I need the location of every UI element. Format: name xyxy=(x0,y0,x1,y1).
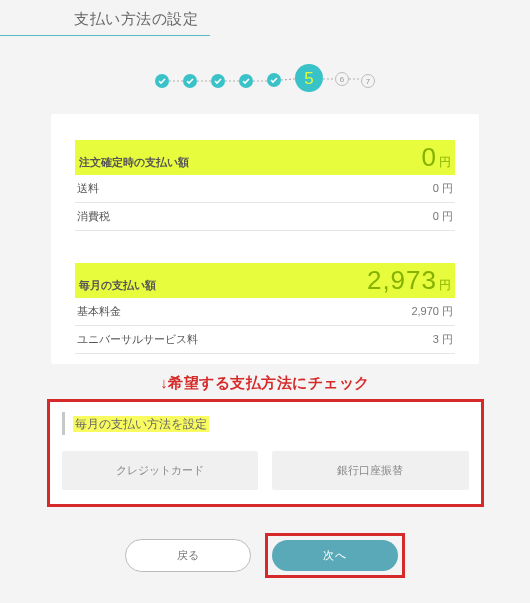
row-base-fee: 基本料金 2,970 円 xyxy=(75,298,455,326)
section-heading: 毎月の支払い方法を設定 xyxy=(62,412,217,435)
row-monthly-total: 毎月の支払い額 2,973円 xyxy=(75,263,455,298)
next-button[interactable]: 次へ xyxy=(272,540,398,571)
label: 注文確定時の支払い額 xyxy=(79,155,189,170)
summary-card: 注文確定時の支払い額 0円 送料 0 円 消費税 0 円 毎月の支払い額 2,9… xyxy=(51,114,479,364)
next-button-highlight: 次へ xyxy=(265,533,405,578)
svg-text:7: 7 xyxy=(366,77,371,86)
option-bank-transfer[interactable]: 銀行口座振替 xyxy=(272,451,469,490)
row-shipping: 送料 0 円 xyxy=(75,175,455,203)
option-credit-card[interactable]: クレジットカード xyxy=(62,451,259,490)
annotation-text: ↓希望する支払方法にチェック xyxy=(0,374,530,393)
back-button[interactable]: 戻る xyxy=(125,539,251,572)
payment-method-highlight: 毎月の支払い方法を設定 クレジットカード 銀行口座振替 xyxy=(47,399,484,507)
row-universal-service: ユニバーサルサービス料 3 円 xyxy=(75,326,455,354)
step-current-label: 5 xyxy=(304,69,313,88)
row-order-total: 注文確定時の支払い額 0円 xyxy=(75,140,455,175)
label: 毎月の支払い額 xyxy=(79,278,156,293)
row-tax: 消費税 0 円 xyxy=(75,203,455,231)
page-title: 支払い方法の設定 xyxy=(0,0,210,36)
svg-text:6: 6 xyxy=(340,75,345,84)
value: 0 xyxy=(422,142,437,172)
svg-line-4 xyxy=(281,79,295,80)
progress-stepper: 5 6 7 xyxy=(0,60,530,100)
action-bar: 戻る 次へ xyxy=(0,533,530,578)
value: 2,973 xyxy=(367,265,437,295)
